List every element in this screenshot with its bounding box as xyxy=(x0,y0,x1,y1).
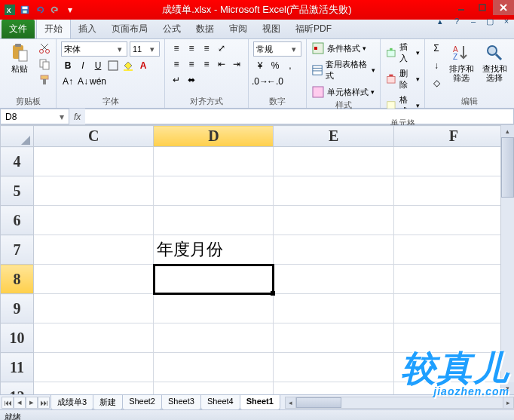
fx-icon[interactable]: fx xyxy=(74,112,81,122)
cell-D6[interactable] xyxy=(154,206,274,235)
decrease-decimal-icon[interactable]: ←.0 xyxy=(268,75,282,88)
phonetic-icon[interactable]: wén xyxy=(91,75,105,88)
row-header[interactable]: 6 xyxy=(1,206,34,235)
decrease-font-icon[interactable]: A↓ xyxy=(76,75,90,88)
format-painter-icon[interactable] xyxy=(38,73,51,87)
minimize-button[interactable] xyxy=(451,0,472,15)
increase-indent-icon[interactable]: ⇥ xyxy=(230,57,243,71)
column-header[interactable]: F xyxy=(393,126,513,147)
cell-F8[interactable] xyxy=(393,265,513,294)
select-all-corner[interactable] xyxy=(1,126,34,147)
cell-D12[interactable] xyxy=(154,382,274,395)
scroll-down-arrow[interactable]: ▾ xyxy=(501,382,514,394)
row-header[interactable]: 8 xyxy=(1,265,34,294)
name-box[interactable]: D8▾ xyxy=(0,109,69,124)
scroll-left-arrow[interactable]: ◂ xyxy=(286,397,296,408)
align-top-icon[interactable]: ≡ xyxy=(170,41,183,55)
cell-D8[interactable] xyxy=(154,265,274,294)
fill-icon[interactable]: ↓ xyxy=(430,59,443,72)
maximize-button[interactable] xyxy=(472,0,493,15)
cell-E6[interactable] xyxy=(274,206,393,235)
increase-decimal-icon[interactable]: .0→ xyxy=(253,75,267,88)
cell-C12[interactable] xyxy=(34,382,154,395)
align-left-icon[interactable]: ≡ xyxy=(170,57,183,71)
sheet-nav-next[interactable]: ▸ xyxy=(26,397,38,409)
find-select-button[interactable]: 查找和选择 xyxy=(479,41,509,95)
scroll-right-arrow[interactable]: ▸ xyxy=(503,397,513,408)
font-size-combo[interactable]: 11▾ xyxy=(130,41,160,57)
row-header[interactable]: 7 xyxy=(1,235,34,265)
accounting-format-icon[interactable]: ¥ xyxy=(253,59,267,72)
doc-close-icon[interactable]: × xyxy=(500,15,512,27)
number-format-combo[interactable]: 常规▾ xyxy=(253,41,301,57)
scroll-up-arrow[interactable]: ▴ xyxy=(501,125,514,137)
scroll-thumb[interactable] xyxy=(296,397,341,408)
cell-E4[interactable] xyxy=(274,147,393,176)
sheet-nav-first[interactable]: ⏮ xyxy=(2,397,14,409)
font-color-button[interactable]: A xyxy=(136,59,150,72)
tab-file[interactable]: 文件 xyxy=(2,20,35,38)
cell-D10[interactable] xyxy=(154,323,274,353)
format-as-table-button[interactable]: 套用表格格式▾ xyxy=(311,59,375,81)
bold-button[interactable]: B xyxy=(61,59,75,72)
cell-D5[interactable] xyxy=(154,176,274,206)
tab-data[interactable]: 数据 xyxy=(188,20,222,38)
chevron-down-icon[interactable]: ▾ xyxy=(115,44,124,54)
cell-D4[interactable] xyxy=(154,147,274,176)
column-header[interactable]: D xyxy=(154,126,274,147)
tab-insert[interactable]: 插入 xyxy=(71,20,104,38)
cell-C9[interactable] xyxy=(34,294,154,323)
redo-icon[interactable] xyxy=(48,3,62,17)
column-header[interactable]: C xyxy=(34,126,154,147)
fill-color-button[interactable] xyxy=(121,59,135,72)
conditional-format-button[interactable]: 条件格式▾ xyxy=(311,41,375,55)
save-icon[interactable] xyxy=(18,3,32,17)
sheet-tab[interactable]: Sheet4 xyxy=(200,395,240,410)
cell-E7[interactable] xyxy=(274,235,393,265)
cell-F12[interactable] xyxy=(393,382,513,395)
excel-icon[interactable]: X xyxy=(3,3,17,17)
vertical-scrollbar[interactable]: ▴ ▾ xyxy=(500,125,514,394)
decrease-indent-icon[interactable]: ⇤ xyxy=(215,57,228,71)
italic-button[interactable]: I xyxy=(76,59,90,72)
sheet-tab[interactable]: 新建 xyxy=(93,395,123,410)
doc-minimize-icon[interactable]: – xyxy=(467,15,479,27)
cell-F10[interactable] xyxy=(393,323,513,353)
chevron-down-icon[interactable]: ▾ xyxy=(148,44,157,54)
cell-C7[interactable] xyxy=(34,235,154,265)
sheet-nav-last[interactable]: ⏭ xyxy=(38,397,50,409)
row-header[interactable]: 10 xyxy=(1,323,34,353)
chevron-down-icon[interactable]: ▾ xyxy=(289,44,298,54)
column-header[interactable]: E xyxy=(274,126,393,147)
tab-review[interactable]: 审阅 xyxy=(222,20,255,38)
cell-C8[interactable] xyxy=(34,265,154,294)
row-header[interactable]: 9 xyxy=(1,294,34,323)
undo-icon[interactable] xyxy=(33,3,47,17)
row-header[interactable]: 12 xyxy=(1,382,34,395)
tab-view[interactable]: 视图 xyxy=(255,20,288,38)
cell-C10[interactable] xyxy=(34,323,154,353)
cell-F5[interactable] xyxy=(393,176,513,206)
qat-dropdown-icon[interactable]: ▾ xyxy=(63,3,77,17)
paste-button[interactable]: 粘贴 xyxy=(5,41,35,95)
comma-format-icon[interactable]: , xyxy=(283,59,297,72)
font-name-combo[interactable]: 宋体▾ xyxy=(61,41,127,57)
tab-page-layout[interactable]: 页面布局 xyxy=(104,20,155,38)
align-middle-icon[interactable]: ≡ xyxy=(185,41,198,55)
sheet-tab[interactable]: 成绩单3 xyxy=(50,395,93,410)
align-right-icon[interactable]: ≡ xyxy=(200,57,213,71)
autosum-icon[interactable]: Σ xyxy=(430,41,443,55)
help-icon[interactable]: ? xyxy=(451,15,463,27)
copy-icon[interactable] xyxy=(38,57,51,71)
cell-F9[interactable] xyxy=(393,294,513,323)
percent-format-icon[interactable]: % xyxy=(268,59,282,72)
align-bottom-icon[interactable]: ≡ xyxy=(200,41,213,55)
cell-D7[interactable]: 年度月份 xyxy=(154,235,274,265)
insert-cells-button[interactable]: 插入▾ xyxy=(385,41,420,64)
cut-icon[interactable] xyxy=(38,41,51,55)
cell-F11[interactable] xyxy=(393,353,513,382)
ribbon-minimize-icon[interactable]: ▴ xyxy=(434,15,446,27)
cell-F7[interactable] xyxy=(393,235,513,265)
cell-C6[interactable] xyxy=(34,206,154,235)
tab-foxit-pdf[interactable]: 福昕PDF xyxy=(288,20,339,38)
